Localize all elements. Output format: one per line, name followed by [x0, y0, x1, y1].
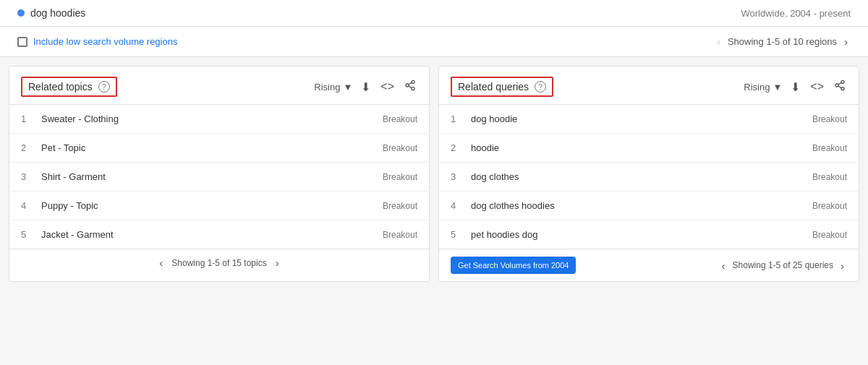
checkbox-box[interactable] [17, 37, 27, 47]
topics-rising-label: Rising [314, 82, 340, 93]
related-topics-panel: Related topics ? Rising ▼ ⬇ <> [9, 66, 430, 282]
row-number: 1 [451, 113, 465, 124]
row-number: 1 [21, 113, 35, 124]
related-topics-footer: ‹ Showing 1-5 of 15 topics › [9, 249, 429, 276]
related-topics-title-box: Related topics ? [21, 77, 117, 97]
row-label: pet hoodies dog [471, 229, 812, 240]
breakout-badge: Breakout [383, 114, 417, 124]
breakout-badge: Breakout [812, 114, 847, 124]
table-row: 3 dog clothes Breakout [439, 163, 859, 192]
row-number: 4 [451, 200, 465, 211]
date-range-label: Worldwide, 2004 - present [741, 8, 851, 19]
row-label: dog clothes hoodies [471, 200, 812, 211]
low-volume-checkbox-label[interactable]: Include low search volume regions [17, 36, 177, 47]
table-row: 3 Shirt - Garment Breakout [9, 163, 429, 192]
showing-regions-label: Showing 1-5 of 10 regions [728, 36, 837, 47]
svg-line-4 [409, 82, 412, 85]
search-term-label: dog hoodies [30, 7, 85, 19]
related-topics-header: Related topics ? Rising ▼ ⬇ <> [9, 66, 429, 105]
queries-code-button[interactable]: <> [809, 79, 825, 95]
svg-line-3 [409, 86, 412, 88]
row-label: hoodie [471, 142, 812, 153]
queries-pagination: ‹ Showing 1-5 of 25 queries › [719, 259, 847, 272]
topics-download-button[interactable]: ⬇ [359, 79, 372, 95]
breakout-badge: Breakout [812, 172, 847, 182]
related-queries-panel: Related queries ? Rising ▼ ⬇ <> [438, 66, 859, 282]
row-label: Shirt - Garment [41, 171, 383, 182]
queries-prev-button[interactable]: ‹ [719, 259, 728, 272]
svg-point-7 [841, 87, 844, 90]
table-row: 2 Pet - Topic Breakout [9, 134, 429, 163]
breakout-badge: Breakout [383, 172, 417, 182]
breakout-badge: Breakout [383, 230, 417, 240]
row-number: 5 [451, 229, 465, 240]
topics-rising-button[interactable]: Rising ▼ [314, 82, 352, 93]
topics-code-button[interactable]: <> [379, 79, 396, 95]
breakout-badge: Breakout [812, 230, 847, 240]
queries-rising-label: Rising [744, 82, 770, 93]
svg-line-9 [838, 82, 842, 85]
queries-chevron-icon: ▼ [773, 82, 782, 93]
queries-share-button[interactable] [833, 78, 847, 95]
row-label: dog clothes [471, 171, 812, 182]
svg-point-2 [412, 87, 414, 90]
related-queries-header: Related queries ? Rising ▼ ⬇ <> [439, 66, 859, 105]
svg-point-6 [835, 84, 838, 87]
topics-next-button[interactable]: › [273, 257, 282, 269]
table-row: 5 Jacket - Garment Breakout [9, 220, 429, 249]
checkbox-text: Include low search volume regions [33, 36, 177, 47]
related-queries-footer: Get Search Volumes from 2004 ‹ Showing 1… [439, 249, 859, 281]
topics-chevron-icon: ▼ [343, 82, 352, 93]
row-label: dog hoodie [471, 113, 812, 124]
related-queries-help-icon[interactable]: ? [535, 81, 546, 93]
topics-share-button[interactable] [403, 78, 417, 95]
breakout-badge: Breakout [383, 143, 417, 153]
row-label: Puppy - Topic [41, 200, 383, 211]
row-number: 3 [451, 171, 465, 182]
regions-prev-button[interactable]: ‹ [714, 35, 723, 48]
svg-point-5 [841, 80, 844, 83]
queries-next-button[interactable]: › [838, 259, 847, 272]
row-number: 4 [21, 200, 35, 211]
regions-next-button[interactable]: › [841, 35, 851, 48]
row-label: Jacket - Garment [41, 229, 383, 240]
table-row: 5 pet hoodies dog Breakout [439, 220, 859, 249]
breakout-badge: Breakout [812, 143, 847, 153]
topics-showing-label: Showing 1-5 of 15 topics [171, 258, 266, 268]
related-topics-rows: 1 Sweater - Clothing Breakout 2 Pet - To… [9, 105, 429, 249]
row-number: 5 [21, 229, 35, 240]
table-row: 1 Sweater - Clothing Breakout [9, 105, 429, 134]
related-queries-title: Related queries [458, 81, 529, 93]
queries-rising-button[interactable]: Rising ▼ [744, 82, 782, 93]
top-bar: dog hoodies Worldwide, 2004 - present [0, 0, 868, 27]
table-row: 1 dog hoodie Breakout [439, 105, 859, 134]
showing-regions-container: ‹ Showing 1-5 of 10 regions › [714, 35, 851, 48]
row-number: 2 [21, 142, 35, 153]
svg-point-0 [412, 80, 414, 83]
filter-bar: Include low search volume regions ‹ Show… [0, 27, 868, 57]
related-topics-controls: Rising ▼ ⬇ <> [314, 78, 417, 95]
queries-showing-label: Showing 1-5 of 25 queries [733, 260, 833, 270]
main-content: Related topics ? Rising ▼ ⬇ <> [0, 66, 868, 291]
svg-point-1 [406, 84, 409, 87]
blue-dot-icon [17, 9, 25, 17]
row-number: 3 [21, 171, 35, 182]
search-term-container: dog hoodies [17, 7, 85, 19]
row-label: Pet - Topic [41, 142, 383, 153]
related-queries-controls: Rising ▼ ⬇ <> [744, 78, 847, 95]
related-topics-help-icon[interactable]: ? [98, 81, 110, 93]
row-label: Sweater - Clothing [41, 113, 383, 124]
breakout-badge: Breakout [383, 201, 417, 211]
related-topics-title: Related topics [28, 81, 93, 93]
queries-download-button[interactable]: ⬇ [789, 79, 801, 95]
row-number: 2 [451, 142, 465, 153]
svg-line-8 [838, 86, 842, 88]
get-search-volumes-button[interactable]: Get Search Volumes from 2004 [451, 257, 576, 274]
related-queries-title-box: Related queries ? [451, 77, 553, 97]
table-row: 2 hoodie Breakout [439, 134, 859, 163]
topics-prev-button[interactable]: ‹ [156, 257, 166, 269]
table-row: 4 dog clothes hoodies Breakout [439, 192, 859, 220]
related-queries-rows: 1 dog hoodie Breakout 2 hoodie Breakout … [439, 105, 859, 249]
table-row: 4 Puppy - Topic Breakout [9, 192, 429, 220]
breakout-badge: Breakout [812, 201, 847, 211]
